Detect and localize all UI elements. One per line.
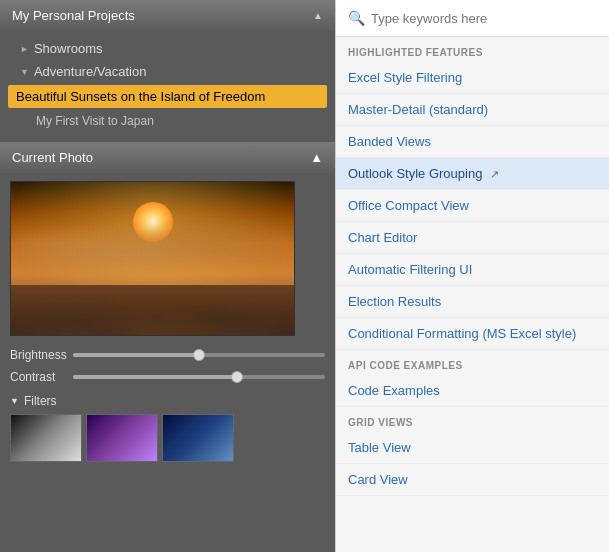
menu-item-code-examples[interactable]: Code Examples xyxy=(336,375,609,407)
filter-thumb-purple[interactable] xyxy=(86,414,158,462)
contrast-label: Contrast xyxy=(10,370,65,384)
sidebar-item-sunsets[interactable]: Beautiful Sunsets on the Island of Freed… xyxy=(8,85,327,108)
sidebar-item-showrooms[interactable]: ► Showrooms xyxy=(0,37,335,60)
search-icon: 🔍 xyxy=(348,10,365,26)
filters-arrow-icon: ▼ xyxy=(10,396,19,406)
brightness-thumb[interactable] xyxy=(193,349,205,361)
brightness-fill xyxy=(73,353,199,357)
sidebar-item-japan[interactable]: My First Visit to Japan xyxy=(0,110,335,132)
personal-projects-label: My Personal Projects xyxy=(12,8,135,23)
current-photo-header[interactable]: Current Photo ▲ xyxy=(0,142,335,173)
left-panel: My Personal Projects ▲ ► Showrooms ▼ Adv… xyxy=(0,0,335,552)
sidebar-item-adventure[interactable]: ▼ Adventure/Vacation xyxy=(0,60,335,83)
personal-projects-header[interactable]: My Personal Projects ▲ xyxy=(0,0,335,31)
current-photo-label: Current Photo xyxy=(12,150,93,165)
grid-views-title: GRID VIEWS xyxy=(336,407,609,432)
brightness-row: Brightness xyxy=(0,344,335,366)
menu-item-auto-filtering[interactable]: Automatic Filtering UI xyxy=(336,254,609,286)
filter-thumb-blue[interactable] xyxy=(162,414,234,462)
chevron-up-icon: ▲ xyxy=(310,150,323,165)
right-panel: 🔍 HIGHLIGHTED FEATURES Excel Style Filte… xyxy=(335,0,609,552)
photo-rocks xyxy=(11,265,294,335)
cursor-icon: ↗ xyxy=(490,168,499,180)
menu-item-excel-filtering[interactable]: Excel Style Filtering xyxy=(336,62,609,94)
arrow-down-icon: ▼ xyxy=(20,67,29,77)
contrast-row: Contrast xyxy=(0,366,335,388)
brightness-label: Brightness xyxy=(10,348,65,362)
menu-item-election-results[interactable]: Election Results xyxy=(336,286,609,318)
api-examples-title: API CODE EXAMPLES xyxy=(336,350,609,375)
sidebar-item-label: Showrooms xyxy=(34,41,103,56)
tree-container: ► Showrooms ▼ Adventure/Vacation Beautif… xyxy=(0,31,335,138)
sidebar-item-label: Adventure/Vacation xyxy=(34,64,147,79)
contrast-slider[interactable] xyxy=(73,375,325,379)
menu-item-outlook-grouping[interactable]: Outlook Style Grouping ↗ xyxy=(336,158,609,190)
filters-header[interactable]: ▼ Filters xyxy=(10,394,325,408)
arrow-right-icon: ► xyxy=(20,44,29,54)
search-input[interactable] xyxy=(371,11,597,26)
search-bar: 🔍 xyxy=(336,0,609,37)
chevron-up-icon: ▲ xyxy=(313,10,323,21)
photo-display xyxy=(10,181,295,336)
filter-thumbnails xyxy=(10,414,325,462)
menu-item-card-view[interactable]: Card View xyxy=(336,464,609,496)
menu-item-conditional-formatting[interactable]: Conditional Formatting (MS Excel style) xyxy=(336,318,609,350)
menu-item-master-detail[interactable]: Master-Detail (standard) xyxy=(336,94,609,126)
menu-item-table-view[interactable]: Table View xyxy=(336,432,609,464)
brightness-slider[interactable] xyxy=(73,353,325,357)
filters-label: Filters xyxy=(24,394,57,408)
sidebar-item-label: Beautiful Sunsets on the Island of Freed… xyxy=(16,89,265,104)
filters-section: ▼ Filters xyxy=(0,388,335,468)
contrast-fill xyxy=(73,375,237,379)
filter-thumb-bw[interactable] xyxy=(10,414,82,462)
menu-item-banded-views[interactable]: Banded Views xyxy=(336,126,609,158)
highlighted-features-title: HIGHLIGHTED FEATURES xyxy=(336,37,609,62)
menu-item-chart-editor[interactable]: Chart Editor xyxy=(336,222,609,254)
photo-container xyxy=(0,173,335,344)
sidebar-item-label: My First Visit to Japan xyxy=(36,114,154,128)
contrast-thumb[interactable] xyxy=(231,371,243,383)
menu-item-office-compact[interactable]: Office Compact View xyxy=(336,190,609,222)
